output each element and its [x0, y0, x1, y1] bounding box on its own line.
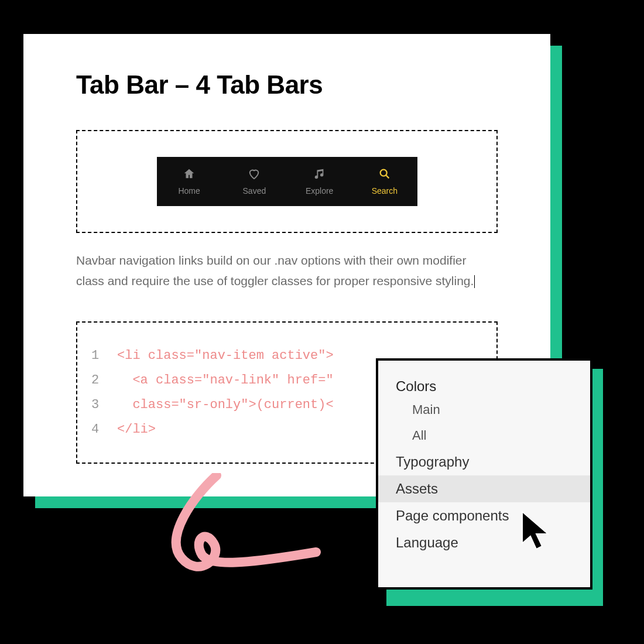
- tab-saved[interactable]: Saved: [222, 167, 287, 196]
- line-number: 4: [91, 417, 117, 442]
- menu-item-language[interactable]: Language: [378, 529, 590, 556]
- tab-bar-preview-box: Home Saved Explore Search: [76, 130, 498, 233]
- tab-explore[interactable]: Explore: [287, 167, 352, 196]
- tab-label: Saved: [243, 186, 266, 196]
- line-number: 1: [91, 344, 117, 368]
- tab-label: Home: [178, 186, 200, 196]
- svg-line-1: [386, 175, 389, 178]
- menu-sub-main[interactable]: Main: [378, 397, 590, 423]
- tab-bar: Home Saved Explore Search: [157, 157, 417, 206]
- tab-search[interactable]: Search: [352, 167, 417, 196]
- music-icon: [313, 167, 326, 180]
- tab-home[interactable]: Home: [157, 167, 222, 196]
- menu-heading-colors[interactable]: Colors: [378, 376, 590, 397]
- home-icon: [183, 167, 196, 180]
- text-cursor: [474, 275, 475, 288]
- menu-item-typography[interactable]: Typography: [378, 448, 590, 475]
- page-title: Tab Bar – 4 Tab Bars: [76, 70, 498, 100]
- code-text: class="sr-only">(current)<: [117, 393, 334, 417]
- code-text: </li>: [117, 417, 156, 442]
- tab-label: Explore: [306, 186, 333, 196]
- menu-sub-all[interactable]: All: [378, 423, 590, 448]
- menu-item-page-components[interactable]: Page components: [378, 502, 590, 529]
- line-number: 3: [91, 393, 117, 417]
- heart-icon: [248, 167, 261, 180]
- svg-point-0: [381, 170, 387, 176]
- line-number: 2: [91, 368, 117, 393]
- code-text: <a class="nav-link" href=": [117, 368, 334, 393]
- menu-item-assets[interactable]: Assets: [378, 475, 590, 502]
- search-icon: [378, 167, 391, 180]
- tab-label: Search: [372, 186, 398, 196]
- description-text: Navbar navigation links build on our .na…: [76, 251, 498, 291]
- code-text: <li class="nav-item active">: [117, 344, 334, 368]
- context-menu: Colors Main All Typography Assets Page c…: [376, 358, 592, 590]
